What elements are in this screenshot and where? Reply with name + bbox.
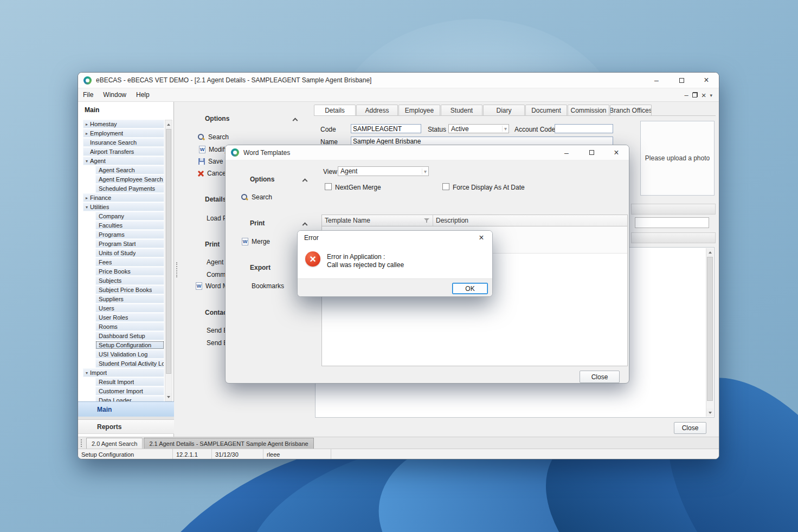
detail-tab[interactable]: Student (441, 105, 482, 116)
tree-item[interactable]: Finance (83, 193, 164, 202)
status-combobox[interactable]: Active (448, 124, 509, 133)
tree-item[interactable]: Agent Employee Search (95, 175, 164, 184)
menu-item[interactable]: Window (98, 88, 131, 101)
tree-item[interactable]: Agent Search (95, 166, 164, 174)
modify-action[interactable]: Modify (199, 145, 228, 154)
scroll-down-button[interactable] (165, 393, 172, 401)
collapse-chevron-icon[interactable] (293, 118, 298, 123)
collapse-chevron-icon[interactable] (303, 222, 308, 228)
mdi-tab[interactable]: 2.1 Agent Details - SAMPLEAGENT Sample A… (144, 438, 313, 449)
mdi-restore-button[interactable] (692, 92, 698, 98)
tree-item[interactable]: Data Loader (95, 396, 164, 401)
column-template-name[interactable]: Template Name (322, 215, 433, 226)
detail-tab[interactable]: Diary (483, 105, 525, 116)
detail-tab[interactable]: Address (356, 105, 398, 116)
wt-options-section-header[interactable]: Options (250, 175, 307, 184)
tree-item[interactable]: Employment (83, 129, 164, 138)
detail-tab[interactable]: Branch Offices (610, 105, 652, 116)
wt-search-action[interactable]: Search (241, 193, 272, 202)
tab-bar-grip[interactable] (81, 439, 84, 447)
tree-item[interactable]: Company (95, 212, 164, 220)
tree-expander-icon[interactable] (83, 371, 90, 375)
mdi-tab[interactable]: 2.0 Agent Search (86, 438, 143, 449)
tree-item[interactable]: Import (83, 368, 164, 377)
sidebar-group-reports[interactable]: Reports (78, 419, 174, 434)
dialog-close-button[interactable] (604, 145, 629, 160)
save-action[interactable]: Save (198, 157, 223, 166)
tree-item[interactable]: Fees (95, 258, 164, 267)
tree-item[interactable]: Setup Configuration (95, 341, 164, 349)
maximize-button[interactable] (669, 73, 694, 88)
wt-bookmarks-action[interactable]: Bookmarks (252, 282, 284, 290)
search-action[interactable]: Search (197, 133, 229, 141)
options-section-header[interactable]: Options (205, 114, 297, 123)
wt-close-button[interactable]: Close (580, 371, 620, 383)
detail-tab[interactable]: Employee (398, 105, 440, 116)
detail-tab[interactable]: Document (525, 105, 567, 116)
tree-item[interactable]: Customer Import (95, 387, 164, 395)
filter-icon[interactable] (424, 218, 430, 223)
tree-expander-icon[interactable] (83, 205, 90, 210)
tree-expander-icon[interactable] (83, 122, 90, 127)
ok-button[interactable]: OK (452, 283, 488, 294)
scroll-up-button[interactable] (706, 248, 713, 256)
code-input[interactable] (351, 124, 421, 133)
menu-item[interactable]: File (78, 88, 98, 101)
tree-item[interactable]: Airport Transfers (83, 147, 164, 156)
mdi-close-button[interactable] (702, 90, 706, 100)
tree-item[interactable]: Result Import (95, 378, 164, 386)
column-description[interactable]: Description (433, 215, 627, 226)
notes-scrollbar[interactable] (706, 248, 713, 417)
tree-item[interactable]: Homestay (83, 120, 164, 128)
tree-item[interactable]: Scheduled Payments (95, 184, 164, 193)
sidebar-scrollbar[interactable] (165, 120, 172, 401)
mdi-menu-dropdown-icon[interactable] (710, 91, 712, 99)
close-panel-button[interactable]: Close (674, 422, 706, 434)
tree-expander-icon[interactable] (83, 131, 90, 136)
tree-item[interactable]: Programs (95, 230, 164, 239)
wt-merge-action[interactable]: Merge (242, 237, 270, 246)
word-merge-action[interactable]: Word M (196, 282, 228, 290)
window-titlebar[interactable]: eBECAS - eBECAS VET DEMO - [2.1 Agent De… (78, 73, 719, 88)
wt-print-section-header[interactable]: Print (250, 219, 307, 228)
tree-item[interactable]: Users (95, 304, 164, 313)
scrollbar-thumb[interactable] (707, 257, 713, 401)
account-code-input[interactable] (555, 124, 613, 133)
nextgen-merge-checkbox[interactable] (325, 183, 332, 190)
error-dialog-titlebar[interactable]: Error (298, 231, 492, 244)
tree-item[interactable]: Price Books (95, 267, 164, 276)
scrollbar-thumb[interactable] (166, 129, 171, 374)
tree-expander-icon[interactable] (83, 159, 90, 164)
tree-item[interactable]: Program Start (95, 239, 164, 248)
tree-item[interactable]: Faculties (95, 221, 164, 230)
photo-upload-box[interactable]: Please upload a photo (640, 121, 715, 196)
tree-item[interactable]: Subject Price Books (95, 286, 164, 294)
dialog-titlebar[interactable]: Word Templates (226, 145, 629, 160)
dialog-maximize-button[interactable] (579, 145, 604, 160)
detail-tab[interactable]: Details (314, 105, 356, 116)
tree-item[interactable]: Suppliers (95, 295, 164, 303)
tree-item[interactable]: Rooms (95, 322, 164, 331)
close-button[interactable] (694, 73, 719, 88)
mdi-minimize-button[interactable] (684, 91, 688, 99)
detail-tab[interactable]: Commission (568, 105, 609, 116)
view-combobox[interactable]: Agent (338, 166, 429, 176)
cancel-action[interactable]: Cancel (197, 169, 227, 178)
tree-item[interactable]: USI Validation Log (95, 350, 164, 359)
tree-item[interactable]: Units of Study (95, 249, 164, 257)
sidebar-group-main[interactable]: Main (78, 401, 174, 417)
dialog-minimize-button[interactable] (554, 145, 579, 160)
error-close-button[interactable] (471, 231, 492, 244)
menu-item[interactable]: Help (131, 88, 155, 101)
tree-item[interactable]: Agent (83, 157, 164, 165)
tree-item[interactable]: User Roles (95, 313, 164, 322)
collapse-chevron-icon[interactable] (303, 178, 308, 184)
tree-item[interactable]: Utilities (83, 203, 164, 211)
splitter-grip[interactable] (176, 262, 179, 277)
minimize-button[interactable] (644, 73, 669, 88)
tree-item[interactable]: Dashboard Setup (95, 332, 164, 340)
tree-item[interactable]: Insurance Search (83, 138, 164, 147)
section-input[interactable] (635, 217, 709, 228)
tree-expander-icon[interactable] (83, 196, 90, 200)
tree-item[interactable]: Subjects (95, 276, 164, 285)
